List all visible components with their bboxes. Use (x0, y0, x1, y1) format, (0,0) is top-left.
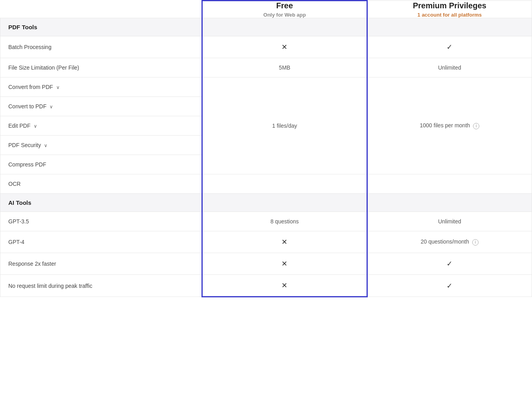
chevron-icon: ∨ (44, 143, 48, 148)
feature-name-cell[interactable]: Edit PDF ∨ (0, 116, 202, 136)
cross-icon: ✕ (281, 43, 287, 51)
feature-name-cell: No request limit during peak traffic (0, 275, 202, 297)
feature-row-no-request-limit: No request limit during peak traffic✕✓ (0, 275, 532, 297)
free-value-cell: ✕ (202, 275, 367, 297)
chevron-icon: ∨ (34, 123, 37, 129)
premium-empty-cell (367, 174, 532, 194)
table-body: PDF ToolsBatch Processing✕✓File Size Lim… (0, 18, 532, 297)
free-value-cell: ✕ (202, 253, 367, 275)
premium-plan-header: Premium Privileges 1 account for all pla… (367, 1, 532, 18)
section-premium-cell (367, 194, 532, 212)
free-value-cell: 1 files/day (202, 77, 367, 174)
premium-value-cell: ✓ (367, 36, 532, 58)
feature-row-gpt4: GPT-4✕20 questions/month i (0, 231, 532, 253)
premium-value-cell: Unlimited (367, 58, 532, 77)
info-icon: i (472, 239, 479, 246)
feature-name-cell: Response 2x faster (0, 253, 202, 275)
feature-name-cell: GPT-3.5 (0, 212, 202, 231)
chevron-icon: ∨ (49, 104, 53, 110)
feature-row-gpt35: GPT-3.58 questionsUnlimited (0, 212, 532, 231)
free-value-cell: ✕ (202, 231, 367, 253)
feature-name-cell: Batch Processing (0, 36, 202, 58)
premium-value-cell: Unlimited (367, 212, 532, 231)
premium-value-cell: ✓ (367, 275, 532, 297)
feature-name-cell[interactable]: PDF Security ∨ (0, 136, 202, 155)
free-empty-cell (202, 174, 367, 194)
section-row-pdf-tools: PDF Tools (0, 18, 532, 36)
feature-name-cell[interactable]: Convert to PDF ∨ (0, 97, 202, 116)
feature-name-cell: File Size Limitation (Per File) (0, 58, 202, 77)
feature-column-header (0, 1, 202, 18)
free-plan-header: Free Only for Web app (202, 1, 367, 18)
feature-name-cell: Compress PDF (0, 155, 202, 174)
premium-plan-subtitle: 1 account for all platforms (368, 12, 532, 18)
feature-row-file-size: File Size Limitation (Per File)5MBUnlimi… (0, 58, 532, 77)
header-row: Free Only for Web app Premium Privileges… (0, 1, 532, 18)
section-premium-cell (367, 18, 532, 36)
premium-value-cell: 20 questions/month i (367, 231, 532, 253)
feature-row-response-faster: Response 2x faster✕✓ (0, 253, 532, 275)
cross-icon: ✕ (281, 260, 287, 268)
feature-row-convert-from: Convert from PDF ∨1 files/day1000 files … (0, 77, 532, 97)
check-icon: ✓ (446, 43, 452, 51)
free-value-cell: 8 questions (202, 212, 367, 231)
section-label: PDF Tools (0, 18, 202, 36)
chevron-icon: ∨ (56, 85, 60, 90)
check-icon: ✓ (446, 260, 452, 268)
premium-value-cell: ✓ (367, 253, 532, 275)
free-value-cell: 5MB (202, 58, 367, 77)
free-plan-name: Free (203, 1, 366, 10)
info-icon: i (473, 123, 479, 129)
section-free-cell (202, 194, 367, 212)
section-row-ai-tools: AI Tools (0, 194, 532, 212)
comparison-table: Free Only for Web app Premium Privileges… (0, 0, 532, 297)
check-icon: ✓ (446, 282, 452, 290)
premium-value-cell: 1000 files per month i (367, 77, 532, 174)
feature-name-cell: OCR (0, 174, 202, 194)
cross-icon: ✕ (281, 238, 287, 246)
feature-name-cell: GPT-4 (0, 231, 202, 253)
cross-icon: ✕ (281, 282, 287, 289)
section-free-cell (202, 18, 367, 36)
free-value-cell: ✕ (202, 36, 367, 58)
feature-name-cell[interactable]: Convert from PDF ∨ (0, 77, 202, 97)
premium-plan-name: Premium Privileges (368, 1, 532, 10)
free-plan-subtitle: Only for Web app (203, 12, 366, 18)
feature-row-batch-processing: Batch Processing✕✓ (0, 36, 532, 58)
feature-row-ocr: OCR (0, 174, 532, 194)
section-label: AI Tools (0, 194, 202, 212)
